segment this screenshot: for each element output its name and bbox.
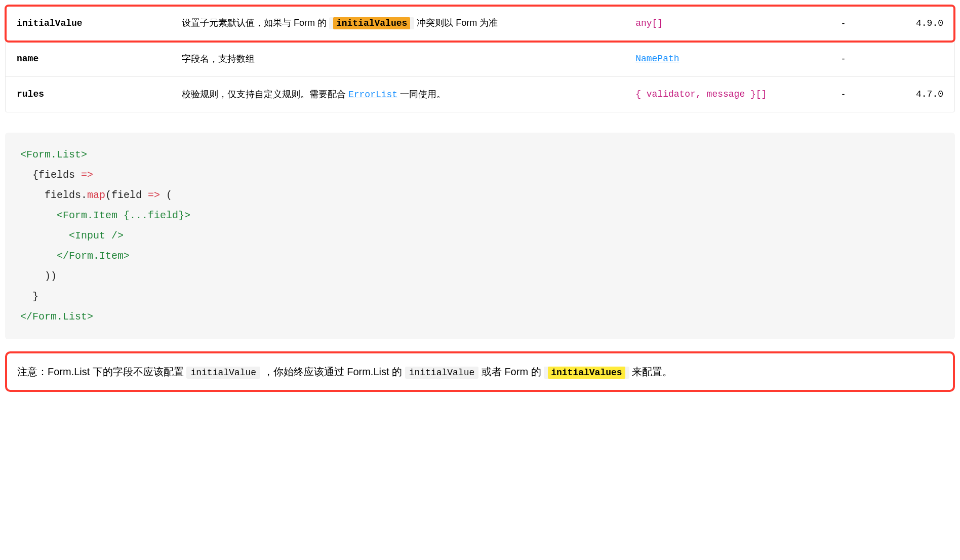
version-cell: 4.9.0 — [886, 6, 954, 42]
prop-cell: initialValue — [6, 6, 171, 42]
default-cell: - — [831, 6, 886, 42]
code-block: <Form.List> {fields => fields.map(field … — [5, 133, 955, 339]
tok-method: map — [87, 189, 105, 201]
code-line: </Form.Item> — [20, 250, 130, 262]
tok-arrow: => — [148, 189, 160, 201]
code-line: <Form.Item {...field}> — [20, 210, 190, 221]
code-line: <Input /> — [20, 230, 124, 242]
code-inline: initialValue — [186, 367, 260, 379]
code-line: fields — [20, 189, 81, 201]
desc-link[interactable]: ErrorList — [348, 90, 397, 100]
code-line: <Form.List> — [20, 149, 87, 161]
code-text: (field — [105, 189, 148, 201]
code-inline: initialValue — [405, 367, 479, 379]
note-box: 注意：Form.List 下的字段不应该配置 initialValue ，你始终… — [5, 351, 955, 392]
note-text: ，你始终应该通过 Form.List 的 — [263, 366, 405, 377]
desc-text: 校验规则，仅支持自定义规则。需要配合 — [182, 89, 348, 99]
tok-arrow: => — [81, 169, 93, 181]
highlight-orange: initialValues — [333, 17, 410, 29]
code-line: </Form.List> — [20, 311, 93, 323]
prop-cell: name — [6, 42, 171, 77]
table-row: rules 校验规则，仅支持自定义规则。需要配合 ErrorList 一同使用。… — [6, 77, 954, 112]
note-text: 或者 Form 的 — [482, 366, 544, 377]
table-row: name 字段名，支持数组 NamePath - — [6, 42, 954, 77]
version-cell: 4.7.0 — [886, 77, 954, 112]
code-line: {fields — [20, 169, 81, 181]
code-line: )) — [20, 270, 57, 282]
desc-text: 一同使用。 — [400, 89, 446, 99]
code-line: } — [20, 291, 38, 302]
desc-text: 冲突则以 Form 为准 — [417, 18, 498, 28]
type-cell: NamePath — [624, 42, 830, 77]
desc-text: 设置子元素默认值，如果与 Form 的 — [182, 18, 329, 28]
type-cell: { validator, message }[] — [624, 77, 830, 112]
doc-container: initialValue 设置子元素默认值，如果与 Form 的 initial… — [0, 0, 960, 397]
version-cell — [886, 42, 954, 77]
note-text: 来配置。 — [632, 366, 672, 377]
desc-cell: 字段名，支持数组 — [171, 42, 624, 77]
desc-cell: 校验规则，仅支持自定义规则。需要配合 ErrorList 一同使用。 — [171, 77, 624, 112]
table-row: initialValue 设置子元素默认值，如果与 Form 的 initial… — [6, 6, 954, 42]
code-inline: initialValues — [329, 17, 414, 29]
code-inline: initialValues — [544, 367, 629, 379]
default-cell: - — [831, 77, 886, 112]
default-cell: - — [831, 42, 886, 77]
type-link[interactable]: NamePath — [635, 54, 679, 64]
code-text: ( — [160, 189, 172, 201]
highlight-yellow: initialValues — [548, 367, 625, 379]
desc-cell: 设置子元素默认值，如果与 Form 的 initialValues 冲突则以 F… — [171, 6, 624, 42]
type-cell: any[] — [624, 6, 830, 42]
prop-cell: rules — [6, 77, 171, 112]
note-text: 注意：Form.List 下的字段不应该配置 — [17, 366, 186, 377]
api-table: initialValue 设置子元素默认值，如果与 Form 的 initial… — [5, 5, 955, 112]
tok-dot: . — [81, 189, 87, 201]
